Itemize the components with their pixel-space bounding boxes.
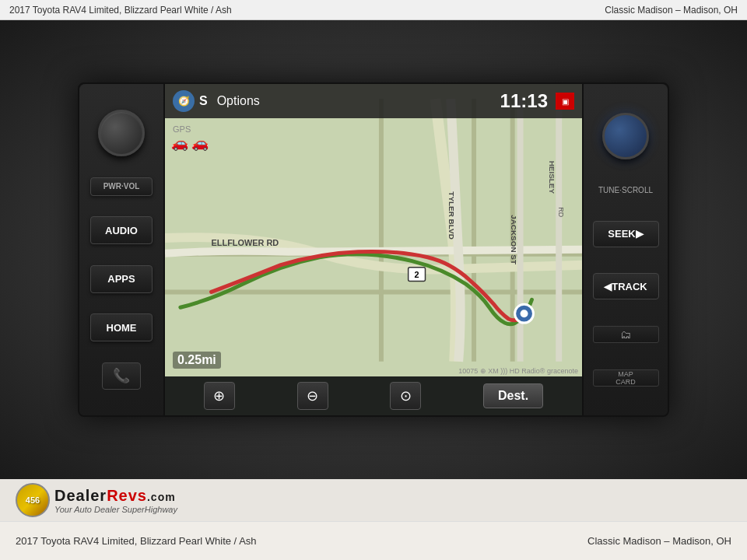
dealer-info-top: Classic Madison – Madison, OH [374,5,738,16]
track-button[interactable]: ◀TRACK [593,273,659,299]
logo-main-text: DealerRevs.com [54,487,177,505]
infotainment-screen[interactable]: 2 ELLFLOWER RD TYLER BLVD JACKSON ST HEI… [165,84,582,415]
map-background: 2 ELLFLOWER RD TYLER BLVD JACKSON ST HEI… [165,84,582,376]
distance-label: 0.25mi [173,352,221,369]
screen-options-label[interactable]: Options [217,94,500,108]
footer-color: Blizzard Pearl White / Ash [140,535,257,547]
logo-com: .com [147,491,176,503]
zoom-in-button[interactable]: ⊕ [204,382,235,410]
car-icon-1: 🚗 [171,135,188,152]
svg-text:HEISLEY: HEISLEY [548,161,556,194]
screen-bottombar: ⊕ ⊖ ⊙ Dest. [165,376,582,415]
seek-button[interactable]: SEEK▶ [593,221,659,247]
logo-revs: Revs [107,487,147,504]
logo-circle: 456 [16,483,50,517]
svg-text:2: 2 [415,270,419,279]
logo-text-area: DealerRevs.com Your Auto Dealer SuperHig… [54,487,177,514]
map-card-icon: 🗂 [620,328,631,341]
apps-button[interactable]: APPS [90,265,153,293]
right-controls: TUNE·SCROLL SEEK▶ ◀TRACK 🗂 MAP CARD [582,84,668,415]
top-bar-title: 2017 Toyota RAV4 Limited, Blizzard Pearl… [9,5,374,16]
footer-car-info: 2017 Toyota RAV4 Limited, Blizzard Pearl… [16,535,587,547]
logo-numbers: 456 [26,495,40,505]
map-card-button[interactable]: 🗂 [593,326,659,343]
compass-icon: ⊙ [400,387,412,404]
footer-bottom: 2017 Toyota RAV4 Limited, Blizzard Pearl… [0,521,747,560]
screen-bottom-info: 10075 ⊕ XM ))) HD Radio® gracenote [458,367,578,375]
dest-button[interactable]: Dest. [483,383,543,408]
svg-point-7 [521,310,528,317]
home-button[interactable]: HOME [90,313,153,341]
zoom-out-icon: ⊖ [307,387,318,404]
logo-tagline: Your Auto Dealer SuperHighway [54,505,177,514]
screen-topbar: 🧭 S Options 11:13 ▣ [165,84,582,118]
pwr-vol-knob[interactable] [98,110,145,156]
main-content: PWR·VOL AUDIO APPS HOME 📞 [0,20,747,479]
screen-info-text: 10075 ⊕ XM ))) HD Radio® gracenote [458,367,578,375]
logo-dealer: Dealer [54,487,107,504]
car-icon-2: 🚗 [191,135,209,152]
footer-car-title: 2017 Toyota RAV4 Limited, [16,535,137,547]
svg-text:JACKSON ST: JACKSON ST [510,215,518,264]
phone-button[interactable]: 📞 [102,362,141,390]
pwr-vol-label: PWR·VOL [90,177,153,196]
svg-text:RD: RD [557,207,565,217]
footer-dealer-info: Classic Madison – Madison, OH [587,535,731,547]
top-bar: 2017 Toyota RAV4 Limited, Blizzard Pearl… [0,0,747,20]
dealerrevs-logo[interactable]: 456 DealerRevs.com Your Auto Dealer Supe… [16,483,177,517]
gps-label: GPS [173,124,191,134]
signal-icon: ▣ [556,93,574,110]
tune-scroll-knob[interactable] [602,113,649,159]
signal-indicator: ▣ [562,97,569,106]
screen-time: 11:13 [500,90,548,112]
infotainment-panel: PWR·VOL AUDIO APPS HOME 📞 [78,82,669,417]
zoom-out-button[interactable]: ⊖ [297,382,328,410]
map-card-label: MAP CARD [593,369,659,387]
zoom-in-icon: ⊕ [213,387,225,404]
phone-icon: 📞 [113,367,130,384]
compass-button[interactable]: ⊙ [390,382,421,410]
footer-top: 456 DealerRevs.com Your Auto Dealer Supe… [0,479,747,521]
nav-icon: 🧭 [173,90,195,112]
svg-text:TYLER BLVD: TYLER BLVD [447,191,456,239]
left-controls: PWR·VOL AUDIO APPS HOME 📞 [79,84,165,415]
footer: 456 DealerRevs.com Your Auto Dealer Supe… [0,479,747,560]
tune-scroll-label: TUNE·SCROLL [593,186,659,194]
car-icons-area: 🚗 🚗 [171,135,209,152]
car-color-top: Blizzard Pearl White / Ash [124,5,232,16]
map-svg: 2 ELLFLOWER RD TYLER BLVD JACKSON ST HEI… [165,84,582,376]
nav-icon-letter: 🧭 [178,96,190,107]
svg-text:ELLFLOWER RD: ELLFLOWER RD [212,238,279,247]
car-title-top: 2017 Toyota RAV4 Limited, [9,5,121,16]
map-card-text: MAP CARD [615,370,636,386]
audio-button[interactable]: AUDIO [90,216,153,244]
screen-s-label: S [199,94,208,108]
